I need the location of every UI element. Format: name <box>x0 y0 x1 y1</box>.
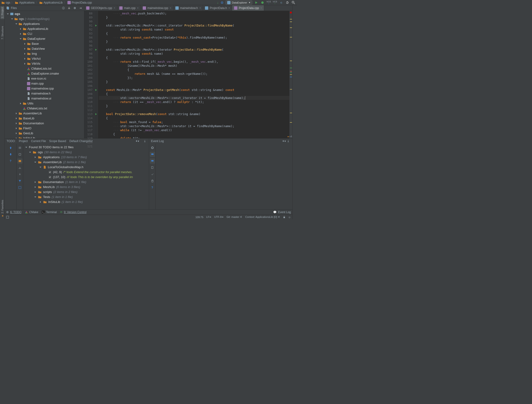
tree-node[interactable]: VtkAct <box>5 56 84 61</box>
hide-icon[interactable]: ⤓ <box>286 139 290 143</box>
tree-node[interactable]: Utils <box>5 101 84 106</box>
collapse-icon[interactable] <box>17 152 22 157</box>
lock-icon[interactable] <box>283 216 285 218</box>
preview-icon[interactable] <box>17 185 22 190</box>
editor-tab[interactable]: GEOObjects.cpp× <box>84 5 117 11</box>
tree-node[interactable]: DataView <box>5 46 84 51</box>
autoscroll-icon[interactable] <box>17 172 22 177</box>
vcs-down-icon[interactable]: ⚙ <box>221 1 224 5</box>
tree-node[interactable]: InSituLib <box>5 136 84 138</box>
project-tree[interactable]: ogsogs (~/code/ogs6/ogs)ApplicationsAppl… <box>5 11 84 138</box>
tree-node[interactable]: CMakeLists.txt <box>5 106 84 111</box>
close-icon[interactable]: × <box>260 6 262 10</box>
copy-icon[interactable] <box>150 165 155 170</box>
trash-icon[interactable] <box>150 178 155 184</box>
breadcrumb-item[interactable]: ProjectData.cpp <box>67 1 92 4</box>
todo-tab-scope[interactable]: Scope Based <box>49 140 66 143</box>
breadcrumb-item[interactable]: Applications <box>15 1 35 4</box>
mark-read-icon[interactable] <box>150 172 155 177</box>
arrow-down-icon[interactable] <box>8 152 13 157</box>
todo-item[interactable]: ogs (30 items in 22 files) <box>24 150 148 155</box>
group-module-icon[interactable] <box>17 158 22 164</box>
tree-node[interactable]: Base <box>5 41 84 46</box>
todo-item[interactable]: Documentation (1 item in 1 file) <box>24 180 148 185</box>
debug-button[interactable] <box>260 0 265 5</box>
expand-icon[interactable] <box>17 145 22 150</box>
context[interactable]: Context: ApplicationsLib [D] ⚟ <box>245 216 280 218</box>
run-button[interactable] <box>254 0 259 5</box>
tree-node[interactable]: DataExplorer.cmake <box>5 71 84 76</box>
hector-icon[interactable]: ☺ <box>288 216 291 218</box>
todo-tree[interactable]: Found 30 TODO items in 22 files ogs (30 … <box>23 144 149 209</box>
undo-button[interactable] <box>285 0 289 5</box>
tree-node[interactable]: CMakeLists.txt <box>5 66 84 71</box>
tree-node[interactable]: Applications <box>5 21 84 26</box>
error-stripe[interactable]: ●≡4 <box>289 11 292 138</box>
code-area[interactable]: ····_mesh_vec.push_back(mesh); } std::ve… <box>98 11 292 138</box>
close-icon[interactable]: × <box>228 6 230 10</box>
todo-item[interactable]: AssemblerLib (2 items in 1 file) <box>24 160 148 165</box>
tree-node[interactable]: exe-icon.rc <box>5 76 84 81</box>
todo-tool-button[interactable]: ⚙6: TODO <box>6 211 22 214</box>
git-branch[interactable]: Git: master ⚟ <box>227 216 242 218</box>
group-package-icon[interactable] <box>17 165 22 170</box>
balloon-icon[interactable] <box>150 152 155 157</box>
tree-node[interactable]: Img <box>5 51 84 56</box>
todo-item[interactable]: Tests (1 item in 1 file) <box>24 194 148 199</box>
todo-item[interactable]: LocalToGlobalIndexMap.h <box>24 165 148 170</box>
tree-node[interactable]: mainwindow.cpp <box>5 86 84 91</box>
todo-tab-current[interactable]: Current File <box>31 140 46 143</box>
window-icon[interactable] <box>6 216 9 218</box>
tree-node[interactable]: ApplicationsLib <box>5 26 84 31</box>
hide-icon[interactable]: ⤓ <box>143 139 147 143</box>
gear-icon[interactable] <box>73 6 77 10</box>
balloon2-icon[interactable] <box>150 158 155 164</box>
tree-node[interactable]: DataExplorer <box>5 36 84 41</box>
settings-icon[interactable]: ⎋ <box>279 0 283 5</box>
arrow-up-icon[interactable] <box>8 145 13 150</box>
tree-node[interactable]: main.cpp <box>5 81 84 86</box>
code-editor[interactable]: 8889909192939495969798991001011021031041… <box>84 11 292 138</box>
filter-icon[interactable] <box>17 178 22 184</box>
todo-item[interactable]: MeshLib (6 items in 3 files) <box>24 185 148 189</box>
settings-icon[interactable] <box>150 145 155 150</box>
editor-tab[interactable]: ProjectData.h× <box>203 5 232 11</box>
locate-icon[interactable] <box>61 6 66 10</box>
breadcrumb-item[interactable]: ApplicationsLib <box>39 1 63 4</box>
event-log-tool-button[interactable]: 💬Event Log <box>273 211 291 214</box>
close-icon[interactable]: × <box>137 6 139 10</box>
editor-tab[interactable]: main.cpp× <box>117 5 141 11</box>
search-button[interactable] <box>291 0 296 5</box>
editor-tab[interactable]: ProjectData.cpp× <box>232 5 264 11</box>
close-icon[interactable]: × <box>170 6 171 10</box>
help-icon[interactable]: ? <box>8 158 13 164</box>
todo-item[interactable]: scripts (2 items in 2 files) <box>24 189 148 194</box>
hide-icon[interactable]: ⇥ <box>78 6 82 10</box>
tree-node[interactable]: Documentation <box>5 121 84 126</box>
file-encoding[interactable]: UTF-8≑ <box>214 216 224 218</box>
close-icon[interactable]: × <box>199 6 201 10</box>
todo-item[interactable]: (42, 9) /* \todo Extend the constructor … <box>24 170 148 174</box>
close-icon[interactable]: × <box>114 6 115 10</box>
project-tool-button[interactable]: 1: Project <box>0 6 4 19</box>
tree-node[interactable]: GeoLib <box>5 131 84 136</box>
structure-tool-button[interactable]: 7: Structure <box>1 26 4 39</box>
tree-node[interactable]: ogs <box>5 11 84 16</box>
todo-item[interactable]: InSituLib (1 item in 1 file) <box>24 199 148 204</box>
run-config-selector[interactable]: DataExplorer ▼ <box>226 0 252 5</box>
line-separator[interactable]: LF≑ <box>206 216 211 218</box>
collapse-icon[interactable]: ⇊ <box>67 6 71 10</box>
tree-node[interactable]: mainwindow.h <box>5 91 84 96</box>
help-icon[interactable]: ? <box>150 185 155 190</box>
vcs-up-icon[interactable]: ↓ <box>217 1 219 5</box>
vcs-update-icon[interactable]: VCS↓ <box>266 1 271 4</box>
vcs-tool-button[interactable]: ⟳9: Version Control <box>60 211 86 214</box>
todo-item[interactable]: Applications (10 items in 7 files) <box>24 155 148 160</box>
tree-node[interactable]: CLI <box>5 31 84 36</box>
vcs-commit-icon[interactable]: VCS↑ <box>273 1 277 4</box>
tree-node[interactable]: FileIO <box>5 126 84 131</box>
tree-node[interactable]: ogs (~/code/ogs6/ogs) <box>5 16 84 21</box>
terminal-tool-button[interactable]: >_Terminal <box>42 211 57 214</box>
tree-node[interactable]: VtkVis <box>5 61 84 66</box>
gear-icon[interactable]: ✦▾ <box>282 139 286 143</box>
